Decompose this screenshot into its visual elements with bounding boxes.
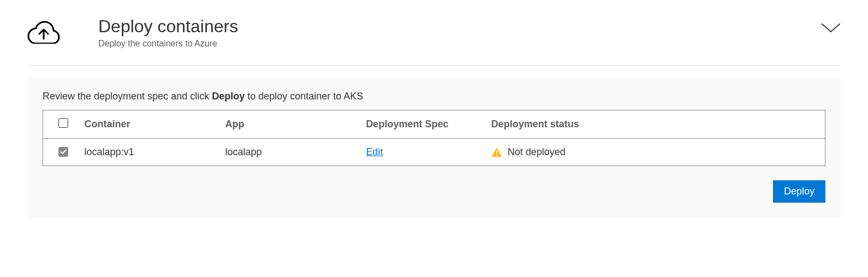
cell-container: localapp:v1 [76,139,217,166]
status-text: Not deployed [508,146,566,158]
svg-rect-1 [496,155,497,156]
content-panel: Review the deployment spec and click Dep… [27,78,841,218]
edit-spec-link[interactable]: Edit [366,146,383,157]
section-header: Deploy containers Deploy the containers … [27,16,841,66]
checkmark-icon [60,149,67,155]
instruction-text: Review the deployment spec and click Dep… [43,91,825,102]
cloud-upload-icon [27,21,60,46]
instruction-prefix: Review the deployment spec and click [43,91,212,102]
footer: Deploy [43,180,825,203]
svg-rect-0 [496,150,497,154]
warning-icon [491,147,502,158]
table-header-row: Container App Deployment Spec Deployment… [43,110,825,139]
header-spec[interactable]: Deployment Spec [357,110,482,139]
page-subtitle: Deploy the containers to Azure [98,39,783,49]
chevron-down-icon [821,23,841,34]
containers-table: Container App Deployment Spec Deployment… [43,110,825,166]
table-row: localapp:v1 localapp Edit Not deployed [43,139,825,166]
header-status[interactable]: Deployment status [483,110,825,139]
deploy-button[interactable]: Deploy [773,180,825,203]
instruction-suffix: to deploy container to AKS [245,91,363,102]
status-cell: Not deployed [491,146,816,158]
row-checkbox[interactable] [58,147,68,157]
page-title: Deploy containers [98,16,783,37]
cell-app: localapp [216,139,357,166]
select-all-checkbox[interactable] [58,118,68,128]
instruction-bold: Deploy [212,91,245,102]
header-container[interactable]: Container [76,110,217,139]
collapse-toggle[interactable] [821,23,841,36]
header-app[interactable]: App [216,110,357,139]
